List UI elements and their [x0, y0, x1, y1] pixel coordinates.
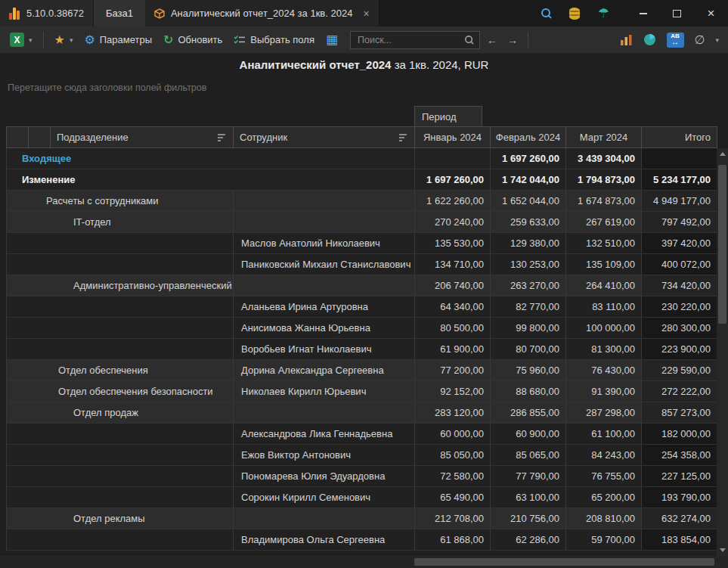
- dept-cell[interactable]: [7, 296, 234, 318]
- value-cell[interactable]: 1 742 044,00: [491, 169, 566, 191]
- dept-cell[interactable]: Отдел продаж: [7, 402, 234, 424]
- employee-cell[interactable]: [234, 212, 415, 233]
- tab-base1[interactable]: База1: [93, 0, 145, 26]
- dept-cell[interactable]: Отдел обеспечения: [7, 360, 234, 381]
- total-cell[interactable]: 400 072,00: [642, 254, 717, 275]
- dept-cell[interactable]: Административно-управленческий отдел: [7, 275, 234, 296]
- value-cell[interactable]: 91 390,00: [566, 381, 642, 402]
- maximize-button[interactable]: [660, 0, 694, 26]
- column-header-month[interactable]: Январь 2024: [415, 126, 491, 148]
- dept-cell[interactable]: [7, 233, 234, 254]
- sort-icon[interactable]: [218, 134, 227, 141]
- value-cell[interactable]: 99 800,00: [491, 318, 566, 339]
- value-cell[interactable]: 88 680,00: [491, 381, 566, 402]
- column-header-month[interactable]: Март 2024: [566, 126, 642, 148]
- value-cell[interactable]: 1 622 260,00: [415, 191, 491, 212]
- chevron-down-icon[interactable]: ▾: [29, 36, 33, 44]
- employee-cell[interactable]: [234, 402, 415, 424]
- row-label-cell[interactable]: Входящее: [7, 148, 415, 169]
- dept-cell[interactable]: [7, 424, 234, 445]
- value-cell[interactable]: 81 300,00: [566, 339, 642, 360]
- value-cell[interactable]: 72 580,00: [415, 466, 491, 487]
- dept-cell[interactable]: [7, 487, 234, 508]
- total-cell[interactable]: 797 492,00: [642, 212, 717, 233]
- horizontal-scrollbar-thumb[interactable]: [414, 558, 714, 566]
- value-cell[interactable]: 62 286,00: [491, 529, 566, 551]
- autofit-width-button[interactable]: АВ ↔: [667, 33, 684, 48]
- close-button[interactable]: ×: [694, 0, 728, 26]
- scroll-down-button[interactable]: [717, 545, 728, 556]
- value-cell[interactable]: 212 708,00: [415, 508, 491, 529]
- total-cell[interactable]: 183 854,00: [642, 529, 717, 551]
- scroll-up-button[interactable]: [717, 148, 728, 160]
- dept-cell[interactable]: IT-отдел: [7, 212, 234, 233]
- employee-cell[interactable]: Сорокин Кирилл Семенович: [234, 487, 415, 508]
- dept-cell[interactable]: [7, 254, 234, 275]
- dept-cell[interactable]: Отдел обеспечения безопасности: [7, 381, 234, 402]
- column-header-total[interactable]: Итого: [642, 126, 717, 148]
- employee-cell[interactable]: Владимирова Ольга Сергеевна: [234, 529, 415, 551]
- value-cell[interactable]: 63 100,00: [491, 487, 566, 508]
- zero-values-button[interactable]: ∅: [695, 34, 705, 46]
- value-cell[interactable]: 264 410,00: [566, 275, 642, 296]
- tab-close-icon[interactable]: ×: [363, 8, 369, 20]
- total-cell[interactable]: 857 273,00: [642, 402, 717, 424]
- employee-cell[interactable]: Александрова Лика Геннадьевна: [234, 424, 415, 445]
- employee-cell[interactable]: [234, 191, 415, 212]
- value-cell[interactable]: 1 674 873,00: [566, 191, 642, 212]
- bar-chart-icon[interactable]: [620, 34, 633, 46]
- value-cell[interactable]: 287 298,00: [566, 402, 642, 424]
- value-cell[interactable]: 210 756,00: [491, 508, 566, 529]
- refresh-button[interactable]: ↻ Обновить: [160, 32, 226, 48]
- value-cell[interactable]: 84 243,00: [566, 445, 642, 466]
- value-cell[interactable]: 77 790,00: [491, 466, 566, 487]
- employee-cell[interactable]: Воробьев Игнат Николаевич: [234, 339, 415, 360]
- value-cell[interactable]: 283 120,00: [415, 402, 491, 424]
- value-cell[interactable]: 61 868,00: [415, 529, 491, 551]
- employee-cell[interactable]: Аланьева Ирина Артуровна: [234, 296, 415, 318]
- value-cell[interactable]: 80 700,00: [491, 339, 566, 360]
- total-cell[interactable]: 182 000,00: [642, 424, 717, 445]
- pie-chart-icon[interactable]: [643, 33, 656, 46]
- value-cell[interactable]: 208 810,00: [566, 508, 642, 529]
- parameters-button[interactable]: ⚙ Параметры: [80, 32, 156, 48]
- value-cell[interactable]: 1 697 260,00: [415, 169, 491, 191]
- total-cell[interactable]: 397 420,00: [642, 233, 717, 254]
- search-icon[interactable]: [541, 8, 551, 18]
- toolbar-overflow-button[interactable]: ▾: [715, 36, 719, 44]
- search-next-button[interactable]: →: [504, 33, 521, 48]
- employee-cell[interactable]: Николаев Кирилл Юрьевич: [234, 381, 415, 402]
- value-cell[interactable]: 60 900,00: [491, 424, 566, 445]
- value-cell[interactable]: 92 152,00: [415, 381, 491, 402]
- value-cell[interactable]: [415, 148, 491, 169]
- value-cell[interactable]: 76 430,00: [566, 360, 642, 381]
- total-cell[interactable]: 223 900,00: [642, 339, 717, 360]
- value-cell[interactable]: 75 960,00: [491, 360, 566, 381]
- value-cell[interactable]: 263 270,00: [491, 275, 566, 296]
- choose-fields-button[interactable]: Выбрать поля: [230, 32, 318, 48]
- employee-cell[interactable]: Паниковский Михаил Станиславович: [234, 254, 415, 275]
- total-cell[interactable]: 254 358,00: [642, 445, 717, 466]
- value-cell[interactable]: 132 510,00: [566, 233, 642, 254]
- export-excel-button[interactable]: X ▾: [6, 30, 36, 49]
- employee-cell[interactable]: Маслов Анатолий Николаевич: [234, 233, 415, 254]
- umbrella-icon[interactable]: ☂: [598, 7, 609, 20]
- employee-cell[interactable]: [234, 275, 415, 296]
- employee-cell[interactable]: Ежов Виктор Антонович: [234, 445, 415, 466]
- value-cell[interactable]: 60 000,00: [415, 424, 491, 445]
- row-label-cell[interactable]: Изменение: [7, 169, 415, 191]
- column-header-month[interactable]: Февраль 2024: [491, 126, 566, 148]
- grid-view-button[interactable]: ▦: [322, 31, 342, 48]
- value-cell[interactable]: 1 652 044,00: [491, 191, 566, 212]
- value-cell[interactable]: 83 110,00: [566, 296, 642, 318]
- value-cell[interactable]: 1 697 260,00: [491, 148, 566, 169]
- total-cell[interactable]: 632 274,00: [642, 508, 717, 529]
- value-cell[interactable]: 80 500,00: [415, 318, 491, 339]
- total-cell[interactable]: 734 420,00: [642, 275, 717, 296]
- search-icon[interactable]: [465, 36, 473, 44]
- value-cell[interactable]: 85 050,00: [415, 445, 491, 466]
- search-prev-button[interactable]: ←: [484, 33, 500, 48]
- favorites-button[interactable]: ★ ▾: [51, 32, 77, 48]
- chevron-down-icon[interactable]: ▾: [70, 36, 73, 44]
- value-cell[interactable]: 3 439 304,00: [566, 148, 642, 169]
